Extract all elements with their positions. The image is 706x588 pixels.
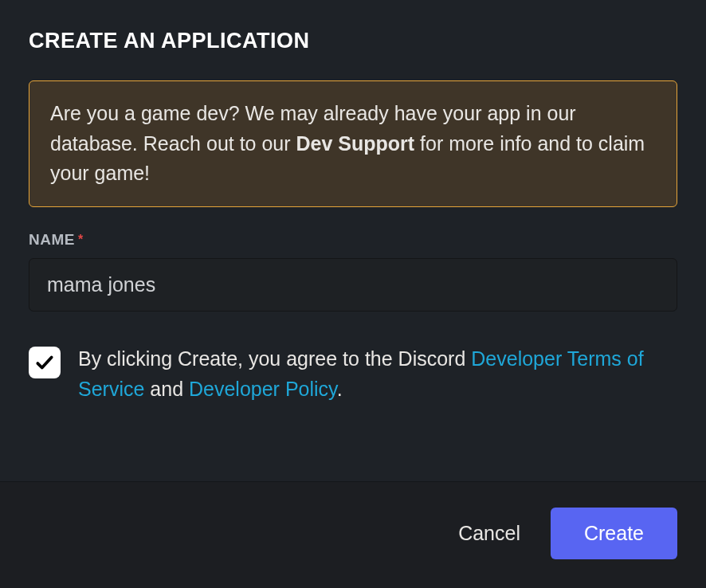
dev-info-text: Are you a game dev? We may already have … [50, 99, 656, 189]
policy-link[interactable]: Developer Policy [189, 378, 337, 400]
dev-info-box: Are you a game dev? We may already have … [29, 80, 677, 207]
modal-title: CREATE AN APPLICATION [29, 29, 677, 53]
name-label-text: NAME [29, 231, 75, 249]
required-indicator: * [78, 233, 84, 247]
modal-footer: Cancel Create [0, 481, 706, 588]
cancel-button[interactable]: Cancel [455, 515, 524, 551]
modal-body: CREATE AN APPLICATION Are you a game dev… [0, 0, 706, 481]
dev-support-link[interactable]: Dev Support [296, 132, 415, 155]
agreement-checkbox[interactable] [29, 347, 61, 378]
agreement-row: By clicking Create, you agree to the Dis… [29, 343, 677, 406]
create-application-modal: CREATE AN APPLICATION Are you a game dev… [0, 0, 706, 588]
name-input[interactable] [29, 258, 677, 312]
checkmark-icon [34, 352, 55, 373]
agreement-suffix: . [337, 378, 343, 400]
create-button[interactable]: Create [551, 508, 677, 559]
name-field-label: NAME * [29, 231, 677, 249]
agreement-text: By clicking Create, you agree to the Dis… [78, 343, 677, 406]
agreement-middle: and [144, 378, 189, 400]
agreement-prefix: By clicking Create, you agree to the Dis… [78, 347, 471, 370]
